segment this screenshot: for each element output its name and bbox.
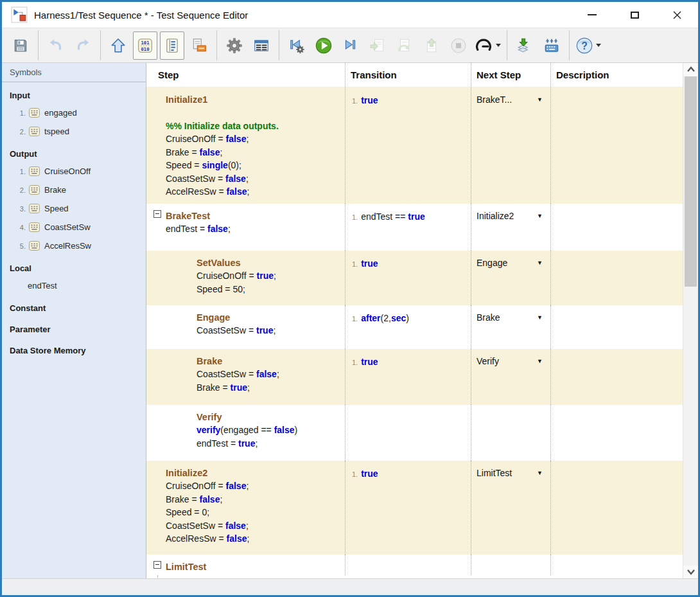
sidebar-item-endTest[interactable]: endTest — [2, 276, 146, 295]
step-name: Engage — [146, 311, 342, 324]
code-token: false — [226, 481, 247, 491]
description-cell[interactable] — [550, 555, 676, 575]
description-cell[interactable] — [550, 349, 676, 405]
settings-button[interactable] — [222, 31, 247, 60]
next-step-dropdown-arrow[interactable]: ▼ — [537, 260, 543, 266]
step-row-LimitTest[interactable]: LimitTest — [146, 555, 683, 575]
status-bar — [2, 578, 698, 595]
step-row-BrakeTest[interactable]: BrakeTestendTest = false;1.endTest == tr… — [146, 204, 683, 251]
step-row-Brake[interactable]: BrakeCoastSetSw = false;Brake = true;1.t… — [146, 349, 683, 405]
app-icon — [11, 6, 28, 23]
collapse-expander[interactable] — [153, 210, 161, 218]
transition-cell[interactable]: 1.true — [345, 461, 471, 555]
next-step-cell[interactable] — [471, 555, 550, 575]
step-row-Engage[interactable]: EngageCoastSetSw = true;1.after(2,sec)Br… — [146, 305, 683, 349]
code-token: ; — [247, 382, 250, 393]
step-cell[interactable]: Verifyverify(engaged == false)endTest = … — [146, 405, 345, 461]
next-step-cell[interactable]: Engage▼ — [471, 251, 550, 305]
description-cell[interactable] — [550, 204, 676, 251]
help-button[interactable]: ? — [575, 31, 602, 60]
collapse-expander[interactable] — [153, 561, 161, 569]
sidebar-item-engaged[interactable]: 1.engaged — [2, 103, 146, 122]
step-code-line: %% Initialize data outputs. — [146, 120, 342, 133]
toolbar-separator — [507, 30, 507, 60]
sidebar-item-CruiseOnOff[interactable]: 1.CruiseOnOff — [2, 162, 146, 181]
close-button[interactable] — [671, 9, 683, 21]
toolbar-separator — [569, 30, 570, 60]
run-button[interactable] — [311, 31, 336, 60]
step-table: Step Transition Next Step Description In… — [146, 63, 683, 578]
next-step-dropdown-arrow[interactable]: ▼ — [537, 314, 543, 321]
next-step-cell[interactable]: Verify▼ — [471, 349, 550, 405]
scrollbar-thumb[interactable] — [685, 76, 697, 287]
requirements-button[interactable] — [187, 31, 211, 60]
vertical-scrollbar[interactable] — [683, 63, 698, 578]
description-pane-toggle-button[interactable] — [160, 31, 184, 60]
step-row-SetValues[interactable]: SetValuesCruiseOnOff = true;Speed = 50;1… — [146, 251, 683, 305]
transition-cell[interactable] — [345, 405, 471, 461]
table-format-button[interactable] — [249, 31, 274, 60]
description-cell[interactable] — [550, 251, 676, 305]
symbols-pane-toggle-button[interactable]: 101010 — [133, 31, 157, 60]
step-cell[interactable]: SetValuesCruiseOnOff = true;Speed = 50; — [146, 251, 345, 305]
sidebar-item-tspeed[interactable]: 2.tspeed — [2, 122, 146, 141]
description-cell[interactable] — [550, 461, 676, 555]
next-step-cell[interactable]: Initialize2▼ — [471, 204, 550, 251]
step-cell[interactable]: Initialize1 %% Initialize data outputs.C… — [146, 87, 345, 204]
code-token: ) — [295, 425, 298, 435]
next-step-cell[interactable]: Brake▼ — [471, 305, 550, 349]
transition-cell[interactable]: 1.true — [345, 349, 471, 405]
step-row-Initialize2[interactable]: Initialize2CruiseOnOff = false;Brake = f… — [146, 461, 683, 555]
next-step-dropdown-arrow[interactable]: ▼ — [537, 470, 543, 476]
sidebar-section-input: Input1.engaged2.tspeed — [2, 82, 146, 141]
minimize-button[interactable] — [586, 9, 598, 21]
description-cell[interactable] — [550, 405, 676, 461]
transition-cell[interactable]: 1.endTest == true — [345, 204, 471, 251]
transition-cell[interactable]: 1.after(2,sec) — [345, 305, 471, 349]
sidebar-item-AccelResSw[interactable]: 5.AccelResSw — [2, 236, 146, 255]
step-cell[interactable]: BrakeCoastSetSw = false;Brake = true; — [146, 349, 345, 405]
step-row-Initialize1[interactable]: Initialize1 %% Initialize data outputs.C… — [146, 87, 683, 204]
add-symbol-button[interactable] — [539, 31, 564, 60]
maximize-button[interactable] — [629, 9, 640, 21]
step-cell[interactable]: LimitTest — [146, 555, 345, 575]
step-name: Initialize2 — [146, 467, 342, 479]
next-step-cell[interactable]: BrakeT...▼ — [471, 87, 550, 204]
step-cell[interactable]: Initialize2CruiseOnOff = false;Brake = f… — [146, 461, 345, 555]
description-cell[interactable] — [550, 305, 676, 349]
transition-cell[interactable]: 1.true — [345, 251, 471, 305]
next-step-dropdown-arrow[interactable]: ▼ — [537, 358, 543, 364]
save-button[interactable] — [8, 31, 33, 60]
go-to-parent-button[interactable] — [106, 31, 130, 60]
sidebar-item-CoastSetSw[interactable]: 4.CoastSetSw — [2, 218, 146, 236]
step-back-button[interactable] — [284, 31, 309, 60]
step-code-line: endTest = true; — [146, 437, 342, 450]
simulation-pacing-button[interactable] — [473, 31, 502, 60]
simulation-pacing-dropdown-caret[interactable] — [496, 44, 501, 47]
description-pane-toggle-icon — [164, 37, 180, 54]
transition-cell[interactable]: 1.true — [345, 87, 471, 204]
add-iteration-button[interactable] — [512, 31, 537, 60]
column-header-step: Step — [146, 63, 345, 87]
next-step-cell[interactable]: LimitTest▼ — [471, 461, 550, 555]
step-over-button — [392, 31, 417, 60]
scroll-up-button[interactable] — [683, 63, 698, 76]
step-cell[interactable]: EngageCoastSetSw = true; — [146, 305, 345, 349]
code-token: Brake = — [197, 382, 231, 393]
toolbar-separator — [279, 30, 279, 60]
step-code-line: CoastSetSw = false; — [146, 172, 342, 186]
next-step-cell[interactable] — [471, 405, 550, 461]
description-cell[interactable] — [550, 87, 676, 204]
next-step-dropdown-arrow[interactable]: ▼ — [537, 96, 543, 103]
sidebar-item-number: 5. — [2, 242, 29, 250]
sidebar-item-Speed[interactable]: 3.Speed — [2, 199, 146, 218]
help-dropdown-caret[interactable] — [596, 44, 601, 47]
step-row-Verify[interactable]: Verifyverify(engaged == false)endTest = … — [146, 405, 683, 461]
scroll-down-button[interactable] — [683, 566, 698, 578]
stop-icon — [450, 37, 467, 54]
transition-cell[interactable] — [345, 555, 471, 575]
step-cell[interactable]: BrakeTestendTest = false; — [146, 204, 345, 251]
sidebar-item-Brake[interactable]: 2.Brake — [2, 181, 146, 199]
next-step-dropdown-arrow[interactable]: ▼ — [537, 213, 543, 219]
step-forward-button[interactable] — [338, 31, 363, 60]
